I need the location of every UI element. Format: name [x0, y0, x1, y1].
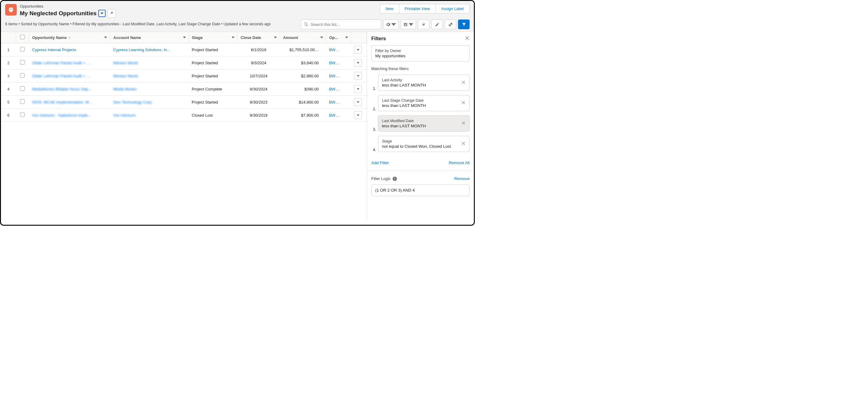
col-menu-icon[interactable]	[273, 35, 278, 40]
col-actions	[351, 32, 366, 43]
filter-condition: less than LAST MONTH	[382, 124, 426, 128]
opportunity-link[interactable]: Gilder Lehrman Pardot Audit + …	[32, 74, 90, 78]
owner-link[interactable]: BW…	[329, 48, 339, 52]
account-link[interactable]: Voz Advisors	[113, 113, 136, 118]
col-menu-icon[interactable]	[103, 35, 108, 40]
cell-account-name: Media Monks	[110, 83, 189, 96]
owner-link[interactable]: BW…	[329, 100, 339, 105]
owner-link[interactable]: BW…	[329, 74, 339, 78]
col-select-all	[16, 32, 29, 43]
row-action-button[interactable]	[354, 98, 362, 106]
col-opportunity-name[interactable]: Opportunity Name	[29, 32, 110, 43]
col-amount[interactable]: Amount	[280, 32, 326, 43]
new-button[interactable]: New	[380, 4, 399, 13]
owner-link[interactable]: BW…	[329, 113, 339, 118]
filter-owner-label: Filter by Owner	[375, 49, 466, 53]
table-row: 1Cypress Internal ProjectsCypress Learni…	[1, 43, 367, 56]
col-menu-icon[interactable]	[344, 35, 349, 40]
col-menu-icon[interactable]	[182, 35, 187, 40]
chevron-down-icon	[392, 22, 396, 27]
col-menu-icon[interactable]	[319, 35, 324, 40]
opportunity-link[interactable]: Cypress Internal Projects	[32, 48, 76, 52]
row-action-button[interactable]	[354, 111, 362, 119]
cell-owner: BW…	[326, 109, 351, 122]
select-all-checkbox[interactable]	[20, 35, 25, 39]
remove-filter-button[interactable]	[461, 100, 466, 106]
info-icon[interactable]: i	[393, 177, 397, 181]
filter-card[interactable]: Last Stage Change Dateless than LAST MON…	[378, 95, 470, 111]
opportunity-link[interactable]: MediaMonks Billable Hours Sep…	[32, 87, 92, 91]
refresh-button[interactable]	[418, 20, 429, 29]
pin-list-button[interactable]	[107, 9, 116, 18]
opportunity-link[interactable]: SIOS: MCAE Implementation: M…	[32, 100, 93, 105]
remove-filter-button[interactable]	[461, 141, 466, 147]
remove-all-link[interactable]: Remove All	[449, 160, 470, 165]
filter-card[interactable]: Stagenot equal to Closed Won, Closed Los…	[378, 136, 470, 152]
filter-panel: Filters Filter by Owner My opportunities…	[367, 32, 474, 220]
row-number: 5	[1, 96, 16, 109]
filter-card[interactable]: Last Activityless than LAST MONTH	[378, 75, 470, 91]
cell-actions	[351, 43, 366, 56]
col-owner[interactable]: Op...	[326, 32, 351, 43]
cell-stage: Project Started	[189, 43, 238, 56]
refresh-icon	[422, 22, 426, 27]
row-checkbox[interactable]	[20, 112, 25, 117]
cell-actions	[351, 83, 366, 96]
row-action-button[interactable]	[354, 46, 362, 54]
account-link[interactable]: Sios Technology Corp.	[113, 100, 153, 105]
account-link[interactable]: Weston World	[113, 61, 138, 65]
row-action-button[interactable]	[354, 85, 362, 93]
cell-owner: BW…	[326, 83, 351, 96]
col-close-date[interactable]: Close Date	[238, 32, 280, 43]
opportunity-link[interactable]: Voz Advisors - Salesforce Imple…	[32, 113, 92, 118]
owner-link[interactable]: BW…	[329, 87, 339, 91]
filter-card[interactable]: Last Modified Dateless than LAST MONTH	[378, 115, 470, 131]
cell-amount: $7,900.00	[280, 109, 326, 122]
row-number: 2	[1, 56, 16, 69]
printable-view-button[interactable]: Printable View	[399, 4, 436, 13]
search-input[interactable]	[301, 20, 381, 29]
row-checkbox[interactable]	[20, 99, 25, 104]
opportunity-link[interactable]: Gilder Lehrman Pardot Audit + …	[32, 61, 90, 65]
cell-close-date: 9/3/2024	[238, 56, 280, 69]
display-as-button[interactable]	[401, 20, 416, 29]
cell-actions	[351, 69, 366, 83]
row-checkbox[interactable]	[20, 60, 25, 65]
row-checkbox[interactable]	[20, 47, 25, 52]
object-label: Opportunities	[20, 4, 116, 8]
header-action-group: New Printable View Assign Label	[380, 4, 470, 13]
filter-icon	[462, 22, 466, 27]
cell-actions	[351, 56, 366, 69]
assign-label-button[interactable]: Assign Label	[436, 4, 470, 13]
table-row: 2Gilder Lehrman Pardot Audit + …Weston W…	[1, 56, 367, 69]
account-link[interactable]: Cypress Learning Solutions, In…	[113, 48, 171, 52]
row-checkbox[interactable]	[20, 86, 25, 91]
edit-list-button[interactable]	[431, 20, 443, 29]
filter-button[interactable]	[458, 20, 470, 29]
cell-opportunity-name: SIOS: MCAE Implementation: M…	[29, 96, 110, 109]
add-filter-link[interactable]: Add Filter	[371, 160, 389, 165]
list-view-switcher[interactable]	[98, 10, 105, 17]
chart-button[interactable]	[445, 20, 456, 29]
opportunities-table: Opportunity Name Account Name Stage Clos…	[1, 32, 367, 122]
filter-logic-input[interactable]: (1 OR 2 OR 3) AND 4	[371, 184, 470, 196]
list-controls-button[interactable]	[383, 20, 399, 29]
remove-logic-link[interactable]: Remove	[455, 176, 470, 181]
row-number: 3	[1, 69, 16, 83]
cell-stage: Project Started	[189, 96, 238, 109]
col-stage[interactable]: Stage	[189, 32, 238, 43]
filter-owner-card[interactable]: Filter by Owner My opportunities	[371, 46, 470, 61]
account-link[interactable]: Media Monks	[113, 87, 137, 91]
row-checkbox[interactable]	[20, 73, 25, 78]
filter-condition: less than LAST MONTH	[382, 103, 426, 108]
close-filters-button[interactable]	[465, 36, 470, 42]
row-action-button[interactable]	[354, 59, 362, 67]
row-action-button[interactable]	[354, 72, 362, 80]
account-link[interactable]: Weston World	[113, 74, 138, 78]
owner-link[interactable]: BW…	[329, 61, 339, 65]
remove-filter-button[interactable]	[461, 80, 466, 85]
col-menu-icon[interactable]	[231, 35, 236, 40]
cell-close-date: 9/30/2023	[238, 96, 280, 109]
col-account-name[interactable]: Account Name	[110, 32, 189, 43]
remove-filter-button[interactable]	[461, 121, 466, 126]
